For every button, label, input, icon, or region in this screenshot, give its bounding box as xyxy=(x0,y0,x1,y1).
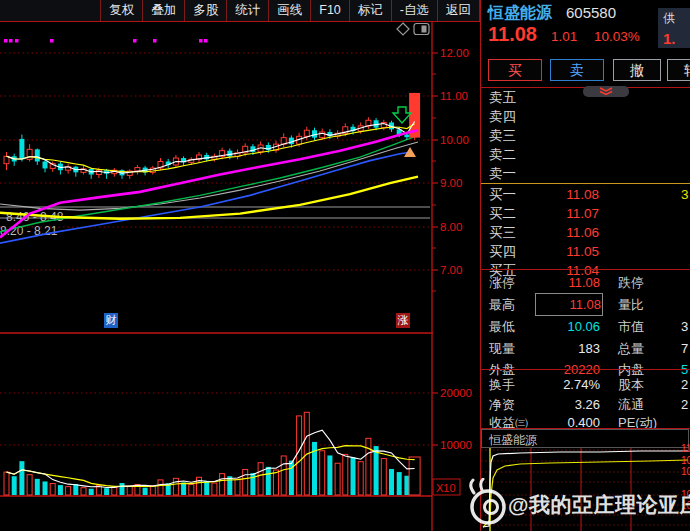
mini-axis-label: 10 xyxy=(681,501,690,511)
signal-markers xyxy=(4,39,416,157)
toolbar-button-5[interactable]: 画线 xyxy=(268,0,310,21)
ask-label: 卖一 xyxy=(489,164,516,183)
mini-chart-tab[interactable]: 恒盛能源 xyxy=(481,429,689,448)
bid-label: 买二 xyxy=(489,204,516,223)
stats-row: 涨停11.08跌停 xyxy=(481,272,690,293)
toolbar-button-1[interactable]: 复权 xyxy=(100,0,142,21)
volume-unit-label: X10 xyxy=(433,479,460,495)
stat-value: 11.08 xyxy=(536,272,600,293)
stat-label: 量比 xyxy=(618,294,644,315)
bid-price: 11.05 xyxy=(539,242,599,261)
svg-text:10.00: 10.00 xyxy=(440,134,469,146)
svg-text:10000: 10000 xyxy=(440,439,472,451)
magenta-dot-marker xyxy=(50,39,54,43)
toolbar-button-2[interactable]: 叠加 xyxy=(142,0,184,21)
bid-row[interactable]: 买三11.06 xyxy=(481,223,690,242)
stats-row: 最高11.08量比 xyxy=(481,294,690,315)
stat-label: 跌停 xyxy=(618,272,644,293)
mini-chart-title: 恒盛能源 xyxy=(489,432,537,449)
floating-quote-price: 1. xyxy=(663,30,690,47)
ask-row[interactable]: 卖一 xyxy=(481,164,690,183)
stock-app-window: 12.0011.0010.009.008.007.002000010000X10… xyxy=(0,0,690,531)
stock-code: 605580 xyxy=(566,4,616,21)
magenta-dot-marker xyxy=(199,39,203,43)
bid-price: 11.07 xyxy=(539,204,599,223)
stats-row: 换手2.74%股本2 xyxy=(481,374,690,395)
svg-text:8.00: 8.00 xyxy=(440,221,462,233)
trade-button-3[interactable]: 撤 xyxy=(613,59,661,81)
gap-annotations: 8.46 - 8.488.20 - 8.21 xyxy=(0,207,430,238)
svg-text:X10: X10 xyxy=(436,482,456,494)
separator xyxy=(481,269,690,270)
orange-triangle-marker xyxy=(404,147,416,157)
bid-row[interactable]: 买四11.05 xyxy=(481,242,690,261)
magenta-dot-marker xyxy=(133,39,137,43)
diamond-icon[interactable] xyxy=(397,23,409,35)
chart-corner-icons[interactable] xyxy=(396,22,432,36)
stat-value: 2 xyxy=(681,374,688,395)
svg-text:12.00: 12.00 xyxy=(440,47,469,59)
bid-label: 买三 xyxy=(489,223,516,242)
green-arrow-marker xyxy=(393,107,411,123)
ask-row[interactable]: 卖二 xyxy=(481,145,690,164)
stats-row: 最低10.06市值3 xyxy=(481,316,690,337)
separator xyxy=(481,369,690,370)
toolbar-button-9[interactable]: 返回 xyxy=(437,0,480,21)
intraday-mini-chart[interactable] xyxy=(481,448,690,531)
ask-row[interactable]: 卖三 xyxy=(481,126,690,145)
ask-row[interactable]: 卖四 xyxy=(481,107,690,126)
price-change: 1.01 xyxy=(551,29,577,44)
bid-label: 买四 xyxy=(489,242,516,261)
bid-price: 11.06 xyxy=(539,223,599,242)
bid-row[interactable]: 买二11.07 xyxy=(481,204,690,223)
magenta-dot-marker xyxy=(204,39,208,43)
mini-axis-label: 10 xyxy=(681,490,690,500)
ask-label: 卖二 xyxy=(489,145,516,164)
svg-text:9.00: 9.00 xyxy=(440,177,462,189)
mini-axis-label: 11 xyxy=(681,444,690,454)
last-price: 11.08 xyxy=(488,23,537,46)
stats-row: 现量183总量7 xyxy=(481,338,690,359)
svg-text:7.00: 7.00 xyxy=(440,264,462,276)
ask-label: 卖三 xyxy=(489,126,516,145)
toolbar-button-4[interactable]: 统计 xyxy=(226,0,268,21)
indicator-badge-zhang[interactable]: 涨 xyxy=(396,313,410,328)
stat-label: 总量 xyxy=(618,338,644,359)
ask-row[interactable]: 卖五 xyxy=(481,88,690,107)
trade-button-4[interactable]: 转 xyxy=(667,59,690,81)
bid-volume: 3 xyxy=(681,185,689,204)
toolbar-button-8[interactable]: -自选 xyxy=(391,0,437,21)
stat-label: 市值 xyxy=(618,316,644,337)
bid-price: 11.08 xyxy=(539,185,599,204)
magenta-dot-marker xyxy=(4,39,8,43)
price-gridlines: 12.0011.0010.009.008.007.002000010000 xyxy=(0,21,480,531)
stock-name[interactable]: 恒盛能源 xyxy=(488,3,552,24)
trade-button-2[interactable]: 卖 xyxy=(550,59,604,81)
stat-label: 最高 xyxy=(489,294,515,315)
stat-value: 11.08 xyxy=(536,294,602,315)
stat-value: 183 xyxy=(536,338,600,359)
floating-quote-box[interactable]: 供 1. xyxy=(658,8,690,48)
moving-averages xyxy=(0,135,418,243)
separator xyxy=(481,183,690,184)
volume-bars xyxy=(4,412,420,495)
toolbar-button-7[interactable]: 标记 xyxy=(349,0,391,21)
indicator-badge-cai[interactable]: 财 xyxy=(104,313,118,328)
bid-label: 买一 xyxy=(489,185,516,204)
stat-label: 最低 xyxy=(489,316,515,337)
trade-button-1[interactable]: 买 xyxy=(488,59,542,81)
mini-avg-line xyxy=(483,460,688,527)
price-change-percent: 10.03% xyxy=(594,29,640,44)
mini-axis-label: 10 xyxy=(681,467,690,477)
candles xyxy=(4,93,420,179)
bid-row[interactable]: 买一11.083 xyxy=(481,185,690,204)
top-toolbar: 复权叠加多股统计画线F10标记-自选返回 xyxy=(0,0,480,22)
toolbar-button-6[interactable]: F10 xyxy=(310,0,349,21)
ask-label: 卖四 xyxy=(489,107,516,126)
stat-value: 2.74% xyxy=(536,374,600,395)
toolbar-button-3[interactable]: 多股 xyxy=(184,0,226,21)
candlestick-chart[interactable]: 12.0011.0010.009.008.007.002000010000X10… xyxy=(0,0,480,531)
panel-layout-icon-bar xyxy=(422,26,427,33)
stat-label: 涨停 xyxy=(489,272,515,293)
mini-axis-label: 10 xyxy=(681,456,690,466)
